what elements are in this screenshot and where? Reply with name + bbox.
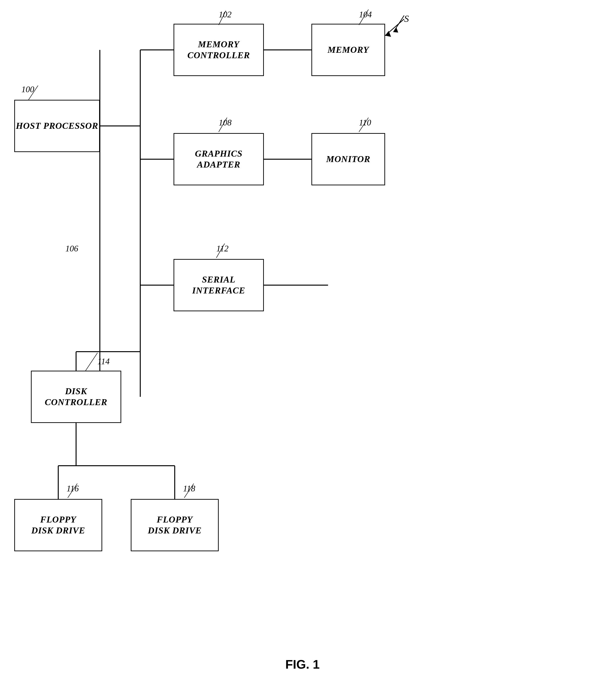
disk-controller-label: DISKCONTROLLER xyxy=(45,386,107,407)
serial-interface-box: SERIALINTERFACE xyxy=(173,259,264,311)
svg-marker-19 xyxy=(385,31,391,37)
memory-label: MEMORY xyxy=(328,45,369,55)
svg-line-18 xyxy=(385,19,404,35)
memory-box: MEMORY xyxy=(311,24,385,76)
floppy-drive-1-label: FLOPPYDISK DRIVE xyxy=(31,514,85,536)
host-processor-label: HOST PROCESSOR xyxy=(16,121,98,131)
monitor-box: MONITOR xyxy=(311,133,385,185)
ref-102: 102 xyxy=(219,9,232,20)
memory-controller-box: MEMORYCONTROLLER xyxy=(173,24,264,76)
serial-interface-label: SERIALINTERFACE xyxy=(192,274,245,296)
graphics-adapter-box: GRAPHICSADAPTER xyxy=(173,133,264,185)
svg-line-29 xyxy=(86,353,97,371)
floppy-drive-2-label: FLOPPYDISK DRIVE xyxy=(148,514,201,536)
host-processor-box: HOST PROCESSOR xyxy=(14,100,100,152)
graphics-adapter-label: GRAPHICSADAPTER xyxy=(195,148,242,170)
ref-106: 106 xyxy=(65,244,78,253)
ref-108: 108 xyxy=(219,118,232,128)
disk-controller-box: DISKCONTROLLER xyxy=(31,371,121,423)
monitor-label: MONITOR xyxy=(326,154,370,165)
figure-caption: FIG. 1 xyxy=(0,657,605,672)
ref-112: 112 xyxy=(216,244,228,253)
diagram-container: HOST PROCESSOR 100 MEMORYCONTROLLER 102 … xyxy=(0,0,605,700)
ref-116: 116 xyxy=(67,483,79,494)
floppy-drive-1-box: FLOPPYDISK DRIVE xyxy=(14,499,102,551)
ref-110: 110 xyxy=(359,118,371,128)
ref-104: 104 xyxy=(359,9,372,20)
floppy-drive-2-box: FLOPPYDISK DRIVE xyxy=(131,499,219,551)
ref-100: 100 xyxy=(21,84,34,94)
memory-controller-label: MEMORYCONTROLLER xyxy=(187,39,250,60)
ref-s: S xyxy=(404,13,409,24)
ref-118: 118 xyxy=(183,483,195,494)
svg-marker-24 xyxy=(393,28,398,32)
svg-line-23 xyxy=(393,16,404,32)
ref-114: 114 xyxy=(97,356,110,367)
